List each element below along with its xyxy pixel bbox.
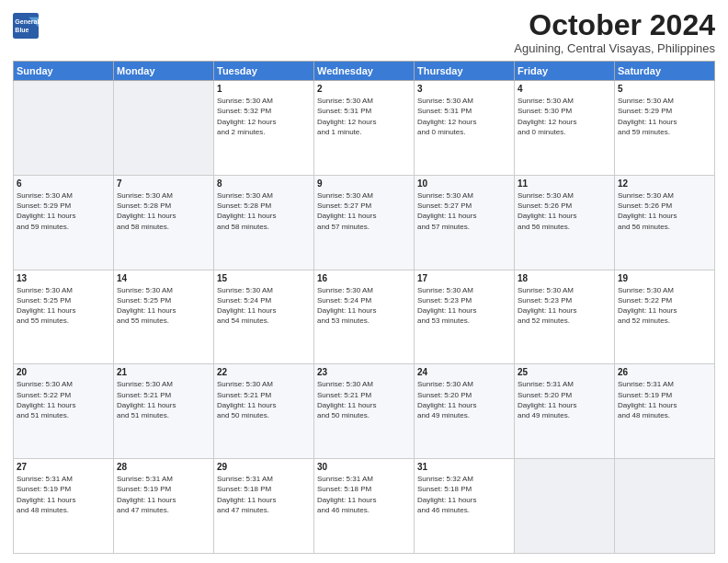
- calendar-cell: 11Sunrise: 5:30 AM Sunset: 5:26 PM Dayli…: [515, 175, 615, 270]
- month-title: October 2024: [514, 9, 715, 41]
- weekday-tuesday: Tuesday: [214, 62, 314, 81]
- day-number: 15: [217, 273, 311, 283]
- day-number: 27: [17, 462, 110, 472]
- calendar-table: SundayMondayTuesdayWednesdayThursdayFrid…: [13, 61, 715, 554]
- day-info: Sunrise: 5:30 AM Sunset: 5:21 PM Dayligh…: [317, 379, 411, 420]
- day-info: Sunrise: 5:31 AM Sunset: 5:19 PM Dayligh…: [17, 474, 110, 515]
- calendar-cell: 20Sunrise: 5:30 AM Sunset: 5:22 PM Dayli…: [14, 364, 114, 459]
- day-info: Sunrise: 5:30 AM Sunset: 5:31 PM Dayligh…: [317, 96, 411, 137]
- day-number: 14: [117, 273, 210, 283]
- day-number: 28: [117, 462, 210, 472]
- day-info: Sunrise: 5:30 AM Sunset: 5:22 PM Dayligh…: [17, 379, 110, 420]
- calendar-cell: 28Sunrise: 5:31 AM Sunset: 5:19 PM Dayli…: [114, 459, 214, 554]
- day-number: 24: [417, 367, 511, 377]
- logo: General Blue: [13, 13, 39, 39]
- day-number: 30: [317, 462, 411, 472]
- calendar-cell: 29Sunrise: 5:31 AM Sunset: 5:18 PM Dayli…: [214, 459, 314, 554]
- day-info: Sunrise: 5:30 AM Sunset: 5:25 PM Dayligh…: [117, 285, 210, 327]
- calendar-row: 13Sunrise: 5:30 AM Sunset: 5:25 PM Dayli…: [14, 270, 715, 364]
- calendar-row: 20Sunrise: 5:30 AM Sunset: 5:22 PM Dayli…: [14, 364, 715, 459]
- calendar-cell: 24Sunrise: 5:30 AM Sunset: 5:20 PM Dayli…: [415, 364, 515, 459]
- day-number: 19: [618, 273, 711, 283]
- calendar-cell: 18Sunrise: 5:30 AM Sunset: 5:23 PM Dayli…: [515, 270, 615, 364]
- calendar-cell: 5Sunrise: 5:30 AM Sunset: 5:29 PM Daylig…: [615, 81, 715, 176]
- svg-text:General: General: [15, 18, 39, 25]
- weekday-wednesday: Wednesday: [314, 62, 415, 81]
- day-number: 8: [217, 178, 311, 189]
- day-number: 22: [217, 367, 311, 377]
- day-number: 5: [618, 84, 711, 94]
- calendar-cell: [515, 459, 615, 554]
- calendar-cell: 7Sunrise: 5:30 AM Sunset: 5:28 PM Daylig…: [114, 175, 214, 270]
- calendar-cell: [14, 81, 114, 176]
- location-title: Aguining, Central Visayas, Philippines: [514, 41, 715, 55]
- svg-rect-0: [13, 13, 39, 39]
- calendar-cell: 14Sunrise: 5:30 AM Sunset: 5:25 PM Dayli…: [114, 270, 214, 364]
- calendar-cell: 13Sunrise: 5:30 AM Sunset: 5:25 PM Dayli…: [14, 270, 114, 364]
- page: General Blue October 2024 Aguining, Cent…: [0, 0, 728, 563]
- calendar-cell: [615, 459, 715, 554]
- day-info: Sunrise: 5:30 AM Sunset: 5:24 PM Dayligh…: [217, 285, 311, 327]
- weekday-header-row: SundayMondayTuesdayWednesdayThursdayFrid…: [14, 62, 715, 81]
- calendar-cell: 26Sunrise: 5:31 AM Sunset: 5:19 PM Dayli…: [615, 364, 715, 459]
- day-number: 25: [518, 367, 611, 377]
- calendar-cell: 9Sunrise: 5:30 AM Sunset: 5:27 PM Daylig…: [314, 175, 415, 270]
- day-info: Sunrise: 5:31 AM Sunset: 5:19 PM Dayligh…: [117, 474, 210, 515]
- weekday-sunday: Sunday: [14, 62, 114, 81]
- day-info: Sunrise: 5:30 AM Sunset: 5:20 PM Dayligh…: [417, 379, 511, 420]
- day-number: 3: [417, 84, 511, 94]
- day-info: Sunrise: 5:30 AM Sunset: 5:31 PM Dayligh…: [417, 96, 511, 137]
- calendar-cell: 21Sunrise: 5:30 AM Sunset: 5:21 PM Dayli…: [114, 364, 214, 459]
- day-number: 16: [317, 273, 411, 283]
- day-info: Sunrise: 5:30 AM Sunset: 5:27 PM Dayligh…: [317, 190, 411, 232]
- calendar-cell: 6Sunrise: 5:30 AM Sunset: 5:29 PM Daylig…: [14, 175, 114, 270]
- calendar-cell: 15Sunrise: 5:30 AM Sunset: 5:24 PM Dayli…: [214, 270, 314, 364]
- day-number: 2: [317, 84, 411, 94]
- calendar-cell: 10Sunrise: 5:30 AM Sunset: 5:27 PM Dayli…: [415, 175, 515, 270]
- calendar-row: 1Sunrise: 5:30 AM Sunset: 5:32 PM Daylig…: [14, 81, 715, 176]
- day-number: 17: [417, 273, 511, 283]
- weekday-saturday: Saturday: [615, 62, 715, 81]
- calendar-cell: 16Sunrise: 5:30 AM Sunset: 5:24 PM Dayli…: [314, 270, 415, 364]
- calendar-cell: 23Sunrise: 5:30 AM Sunset: 5:21 PM Dayli…: [314, 364, 415, 459]
- calendar-row: 6Sunrise: 5:30 AM Sunset: 5:29 PM Daylig…: [14, 175, 715, 270]
- title-block: October 2024 Aguining, Central Visayas, …: [514, 9, 715, 55]
- weekday-friday: Friday: [515, 62, 615, 81]
- day-number: 20: [17, 367, 110, 377]
- day-number: 1: [217, 84, 311, 94]
- day-info: Sunrise: 5:31 AM Sunset: 5:18 PM Dayligh…: [217, 474, 311, 515]
- day-info: Sunrise: 5:30 AM Sunset: 5:25 PM Dayligh…: [17, 285, 110, 327]
- day-info: Sunrise: 5:30 AM Sunset: 5:22 PM Dayligh…: [618, 285, 711, 327]
- day-info: Sunrise: 5:30 AM Sunset: 5:27 PM Dayligh…: [417, 190, 511, 232]
- calendar-cell: 12Sunrise: 5:30 AM Sunset: 5:26 PM Dayli…: [615, 175, 715, 270]
- calendar-cell: 27Sunrise: 5:31 AM Sunset: 5:19 PM Dayli…: [14, 459, 114, 554]
- calendar-cell: 8Sunrise: 5:30 AM Sunset: 5:28 PM Daylig…: [214, 175, 314, 270]
- calendar-cell: 19Sunrise: 5:30 AM Sunset: 5:22 PM Dayli…: [615, 270, 715, 364]
- day-number: 13: [17, 273, 110, 283]
- day-number: 26: [618, 367, 711, 377]
- day-info: Sunrise: 5:30 AM Sunset: 5:21 PM Dayligh…: [117, 379, 210, 420]
- day-info: Sunrise: 5:30 AM Sunset: 5:29 PM Dayligh…: [17, 190, 110, 232]
- day-info: Sunrise: 5:32 AM Sunset: 5:18 PM Dayligh…: [417, 474, 511, 515]
- day-info: Sunrise: 5:30 AM Sunset: 5:23 PM Dayligh…: [518, 285, 611, 327]
- day-info: Sunrise: 5:31 AM Sunset: 5:18 PM Dayligh…: [317, 474, 411, 515]
- day-info: Sunrise: 5:30 AM Sunset: 5:30 PM Dayligh…: [518, 96, 611, 137]
- day-number: 12: [618, 178, 711, 189]
- calendar-cell: 3Sunrise: 5:30 AM Sunset: 5:31 PM Daylig…: [415, 81, 515, 176]
- calendar-cell: 17Sunrise: 5:30 AM Sunset: 5:23 PM Dayli…: [415, 270, 515, 364]
- calendar-cell: 25Sunrise: 5:31 AM Sunset: 5:20 PM Dayli…: [515, 364, 615, 459]
- day-info: Sunrise: 5:31 AM Sunset: 5:19 PM Dayligh…: [618, 379, 711, 420]
- calendar-cell: 31Sunrise: 5:32 AM Sunset: 5:18 PM Dayli…: [415, 459, 515, 554]
- day-number: 10: [417, 178, 511, 189]
- day-number: 29: [217, 462, 311, 472]
- header: General Blue October 2024 Aguining, Cent…: [13, 9, 715, 55]
- day-number: 6: [17, 178, 110, 189]
- calendar-body: 1Sunrise: 5:30 AM Sunset: 5:32 PM Daylig…: [14, 81, 715, 554]
- logo-icon: General Blue: [13, 13, 39, 39]
- day-number: 21: [117, 367, 210, 377]
- day-info: Sunrise: 5:31 AM Sunset: 5:20 PM Dayligh…: [518, 379, 611, 420]
- svg-text:Blue: Blue: [15, 27, 28, 33]
- day-info: Sunrise: 5:30 AM Sunset: 5:28 PM Dayligh…: [117, 190, 210, 232]
- calendar-cell: 4Sunrise: 5:30 AM Sunset: 5:30 PM Daylig…: [515, 81, 615, 176]
- calendar-row: 27Sunrise: 5:31 AM Sunset: 5:19 PM Dayli…: [14, 459, 715, 554]
